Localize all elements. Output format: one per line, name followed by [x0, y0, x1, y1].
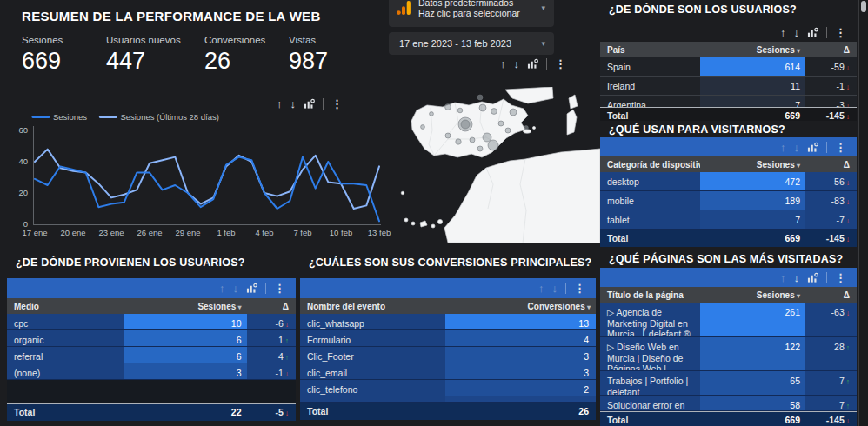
table-row[interactable]: clic_whatsapp13: [300, 314, 596, 330]
more-options-icon[interactable]: ⋮: [555, 57, 566, 70]
row-metric-cell: 3: [124, 363, 246, 379]
column-header-label: Sesiones: [197, 302, 236, 311]
table-row[interactable]: organic61↑: [7, 330, 296, 347]
row-name-cell: Formulario: [300, 330, 445, 346]
more-options-icon[interactable]: ⋮: [835, 26, 846, 38]
table-row[interactable]: ▷ Agencia de Marketing Digital en Murcia…: [600, 303, 857, 337]
column-header-delta[interactable]: Δ: [805, 290, 857, 300]
table-row[interactable]: Spain614-59↓: [600, 57, 857, 77]
more-options-icon[interactable]: ⋮: [574, 283, 585, 295]
table-row[interactable]: clic_telefono2: [300, 380, 596, 396]
table-row[interactable]: tablet7-7↓: [600, 210, 857, 230]
arrow-up-icon[interactable]: ↑: [780, 26, 786, 38]
arrow-down-icon[interactable]: ↓: [514, 57, 520, 70]
chart-settings-icon[interactable]: [807, 26, 818, 38]
sort-caret-icon: ▾: [795, 162, 800, 170]
column-header-dimension[interactable]: Categoría de dispositivo: [600, 160, 700, 170]
component-toolbar: ↑↓⋮: [300, 278, 596, 298]
column-header-metric-sort[interactable]: Sesiones ▾: [124, 302, 246, 311]
column-header-dimension[interactable]: Nombre del evento: [300, 302, 445, 311]
table-row[interactable]: Ireland11-1↓: [600, 77, 857, 96]
table-row[interactable]: mobile189-83↓: [600, 191, 857, 210]
total-label: Total: [600, 412, 700, 426]
row-metric-cell: 58: [700, 396, 805, 410]
row-name-cell: cpc: [7, 314, 124, 329]
series-line-sesiones-ltimos-28-d-as-[interactable]: [35, 150, 379, 209]
scorecard-value: 447: [106, 48, 181, 75]
arrow-down-icon[interactable]: ↓: [794, 26, 800, 38]
more-options-icon[interactable]: ⋮: [835, 141, 846, 153]
arrow-up-icon[interactable]: ↑: [219, 283, 225, 295]
row-name-cell: Solucionar error en Contact: [600, 396, 700, 410]
column-header-metric-sort[interactable]: Sesiones ▾: [700, 45, 805, 55]
column-header-dimension[interactable]: Medio: [7, 302, 124, 311]
series-line-sesiones[interactable]: [35, 157, 379, 222]
column-header-dimension[interactable]: Título de la página: [600, 290, 700, 300]
table-row[interactable]: Formulario4: [300, 330, 596, 347]
trend-up-icon: ↑: [846, 343, 850, 352]
table-row[interactable]: desktop472-56↓: [600, 172, 857, 191]
column-header-delta[interactable]: Δ: [805, 160, 857, 170]
date-range-control[interactable]: 17 ene 2023 - 13 feb 2023 ▾: [389, 32, 554, 55]
row-delta-cell: -3↓: [805, 96, 857, 107]
table-row[interactable]: Clic_Footer3: [300, 347, 596, 363]
chart-settings-icon[interactable]: [527, 57, 538, 70]
sort-caret-icon: ▾: [795, 292, 800, 300]
scorecard-label: Vistas: [289, 35, 328, 45]
delta-value: -7: [836, 215, 844, 225]
more-options-icon[interactable]: ⋮: [835, 271, 846, 283]
table-row[interactable]: (none)3-1↓: [7, 363, 296, 380]
trend-down-icon: ↓: [846, 235, 850, 243]
column-header-metric-sort[interactable]: Conversiones ▾: [445, 302, 596, 311]
arrow-up-icon[interactable]: ↑: [277, 97, 283, 110]
data-source-control[interactable]: Datos predeterminados Haz clic para sele…: [389, 0, 554, 27]
scrollbar-track[interactable]: [858, 0, 868, 426]
arrow-down-icon[interactable]: ↓: [794, 271, 800, 283]
column-header-metric-sort[interactable]: Sesiones ▾: [700, 290, 805, 300]
column-header-metric-sort[interactable]: Sesiones ▾: [700, 160, 805, 170]
arrow-up-icon[interactable]: ↑: [780, 141, 786, 153]
sessions-line-chart[interactable]: 020406017 ene20 ene23 ene26 ene29 ene1 f…: [0, 108, 393, 249]
more-options-icon[interactable]: ⋮: [274, 283, 285, 295]
chart-tick-label: 23 ene: [98, 228, 124, 237]
chevron-down-icon: ▾: [541, 39, 545, 48]
row-delta-cell: 1↑: [247, 330, 296, 346]
chart-settings-icon[interactable]: [246, 283, 257, 295]
arrow-up-icon[interactable]: ↑: [538, 283, 544, 295]
row-name-cell: Argentina: [600, 96, 700, 107]
chart-settings-icon[interactable]: [807, 271, 818, 283]
page-title: RESUMEN DE LA PERFORMANCE DE LA WEB: [22, 9, 321, 23]
geo-bubble-map-spain[interactable]: [396, 87, 600, 243]
column-header-delta[interactable]: Δ: [247, 302, 296, 311]
row-metric-cell: 614: [700, 57, 805, 76]
column-header-delta[interactable]: Δ: [805, 45, 857, 55]
table-row[interactable]: ▷ Diseño Web en Murcia | Diseño de Págin…: [600, 337, 857, 371]
delta-value: -1: [275, 368, 283, 378]
total-label: Total: [600, 230, 700, 247]
toolbar-divider: [826, 142, 827, 153]
arrow-down-icon[interactable]: ↓: [552, 283, 558, 295]
column-header-label: Sesiones: [757, 45, 795, 55]
arrow-up-icon[interactable]: ↑: [780, 271, 786, 283]
table-row[interactable]: clic_email3: [300, 363, 596, 380]
table-row[interactable]: clic_: [300, 396, 596, 403]
table-row[interactable]: cpc10-6↓: [7, 314, 296, 330]
table-row[interactable]: referral64↑: [7, 347, 296, 363]
chart-settings-icon[interactable]: [304, 97, 315, 110]
table-row[interactable]: Trabajos | Portfolio | delefant657↑: [600, 371, 857, 396]
trend-down-icon: ↓: [846, 102, 850, 107]
arrow-down-icon[interactable]: ↓: [290, 97, 297, 110]
total-value: 669: [700, 230, 805, 247]
total-value: 669: [700, 108, 805, 121]
arrow-up-icon[interactable]: ↑: [500, 57, 506, 70]
more-options-icon[interactable]: ⋮: [331, 97, 343, 110]
trend-down-icon: ↓: [846, 197, 850, 206]
arrow-down-icon[interactable]: ↓: [233, 283, 239, 295]
table-row[interactable]: Solucionar error en Contact587↑: [600, 396, 857, 411]
scorecard-new-users: Usuarios nuevos 447: [106, 35, 181, 75]
column-header-dimension[interactable]: País: [600, 45, 700, 55]
table-row[interactable]: Argentina7-3↓: [600, 96, 857, 107]
arrow-down-icon[interactable]: ↓: [794, 141, 800, 153]
scrollbar-thumb[interactable]: [861, 1, 866, 12]
chart-settings-icon[interactable]: [807, 141, 818, 153]
